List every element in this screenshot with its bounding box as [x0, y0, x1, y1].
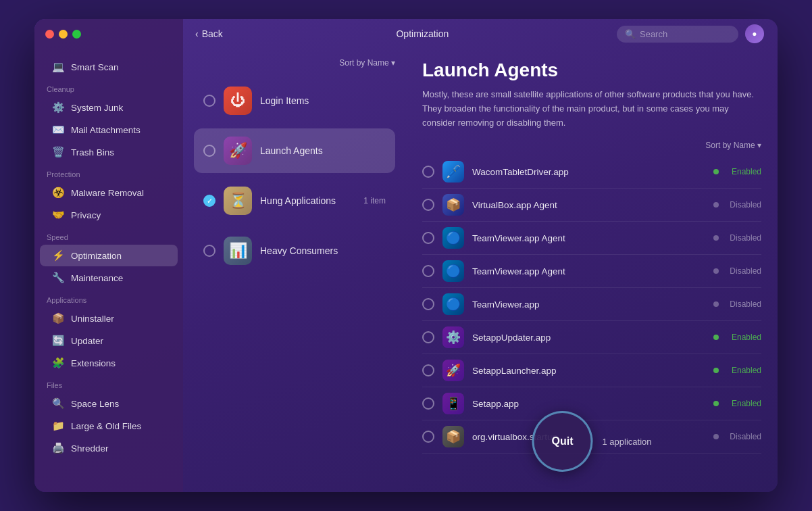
maintenance-icon: 🔧 [52, 272, 64, 284]
uninstaller-icon: 📦 [52, 312, 64, 324]
login-items-icon: ⏻ [224, 87, 252, 115]
sidebar-item-shredder[interactable]: 🖨️ Shredder [40, 437, 178, 459]
setapp-updater-status: Enabled [713, 333, 761, 342]
setapp-icon: 📱 [442, 393, 464, 414]
sidebar-item-malware-removal[interactable]: ☣️ Malware Removal [40, 182, 178, 203]
teamviewer-agent2-status: Disabled [713, 266, 761, 276]
extensions-icon: 🧩 [52, 357, 64, 369]
setapp-radio[interactable] [422, 397, 434, 410]
quit-apps-label: 1 application [603, 437, 652, 447]
teamviewer-radio[interactable] [422, 298, 434, 310]
app-row-wacom[interactable]: 🖊️ WacomTabletDriver.app Enabled [422, 155, 761, 189]
detail-title: Launch Agents [422, 59, 761, 81]
wacom-status-dot [713, 169, 719, 174]
heavy-consumers-radio[interactable] [203, 245, 215, 257]
setapp-updater-icon: ⚙️ [442, 326, 464, 348]
setapp-updater-radio[interactable] [422, 331, 434, 343]
main-area: ‹ Back Optimization 🔍 ● Sort by Name ▾ [183, 19, 778, 492]
wacom-radio[interactable] [422, 166, 434, 178]
app-row-teamviewer-agent-2[interactable]: 🔵 TeamViewer.app Agent Disabled [422, 255, 761, 288]
setapp-updater-status-label: Enabled [722, 333, 761, 342]
login-items-label: Login Items [260, 95, 386, 106]
sidebar-item-label: System Junk [71, 103, 123, 113]
detail-sort-label[interactable]: Sort by Name ▾ [705, 141, 761, 150]
app-row-setapp-launcher[interactable]: 🚀 SetappLauncher.app Enabled [422, 354, 761, 387]
org-virtualbox-status-label: Disabled [722, 432, 761, 441]
sidebar-item-extensions[interactable]: 🧩 Extensions [40, 352, 178, 374]
optimization-icon: ⚡ [52, 249, 64, 262]
sidebar-item-large-old-files[interactable]: 📁 Large & Old Files [40, 415, 178, 437]
list-item-heavy-consumers[interactable]: 📊 Heavy Consumers [194, 228, 395, 273]
virtualbox-agent-name: VirtualBox.app Agent [472, 200, 705, 210]
detail-panel: Launch Agents Mostly, these are small sa… [406, 49, 778, 492]
setapp-launcher-radio[interactable] [422, 364, 434, 376]
large-files-icon: 📁 [52, 420, 64, 432]
setapp-launcher-name: SetappLauncher.app [472, 366, 705, 376]
sidebar-item-smart-scan[interactable]: 💻 Smart Scan [40, 56, 178, 78]
close-button[interactable] [45, 30, 54, 39]
app-row-virtualbox-agent[interactable]: 📦 VirtualBox.app Agent Disabled [422, 189, 761, 222]
app-row-teamviewer-agent-1[interactable]: 🔵 TeamViewer.app Agent Disabled [422, 222, 761, 255]
minimize-button[interactable] [59, 30, 68, 39]
hung-applications-radio[interactable]: ✓ [203, 195, 215, 207]
section-label-protection: Protection [34, 164, 183, 181]
teamviewer-agent2-icon: 🔵 [442, 260, 464, 282]
launch-agents-icon: 🚀 [224, 137, 252, 165]
org-virtualbox-radio[interactable] [422, 431, 434, 443]
launch-agents-radio[interactable] [203, 145, 215, 157]
sidebar-item-uninstaller[interactable]: 📦 Uninstaller [40, 308, 178, 329]
sidebar-item-label: Large & Old Files [71, 421, 141, 431]
titlebar [34, 19, 778, 49]
teamviewer-agent1-icon: 🔵 [442, 227, 464, 249]
org-virtualbox-status-dot [713, 434, 719, 439]
heavy-consumers-label: Heavy Consumers [260, 245, 386, 256]
setapp-launcher-status-label: Enabled [722, 366, 761, 375]
setapp-status-dot [713, 401, 719, 406]
sidebar-item-maintenance[interactable]: 🔧 Maintenance [40, 267, 178, 289]
sidebar-item-label: Maintenance [71, 273, 123, 283]
teamviewer-agent1-name: TeamViewer.app Agent [472, 233, 705, 243]
login-items-radio[interactable] [203, 95, 215, 107]
teamviewer-agent2-status-dot [713, 268, 719, 274]
sidebar-item-system-junk[interactable]: ⚙️ System Junk [40, 97, 178, 118]
teamviewer-agent2-radio[interactable] [422, 265, 434, 277]
list-item-launch-agents[interactable]: 🚀 Launch Agents [194, 128, 395, 173]
app-row-teamviewer[interactable]: 🔵 TeamViewer.app Disabled [422, 288, 761, 321]
teamviewer-agent2-status-label: Disabled [722, 266, 761, 276]
list-sort-label[interactable]: Sort by Name ▾ [339, 58, 395, 68]
sidebar-item-updater[interactable]: 🔄 Updater [40, 330, 178, 351]
teamviewer-agent1-radio[interactable] [422, 232, 434, 244]
sidebar: 💻 Smart Scan Cleanup ⚙️ System Junk ✉️ M… [34, 19, 183, 492]
teamviewer-agent2-name: TeamViewer.app Agent [472, 266, 705, 276]
section-label-speed: Speed [34, 226, 183, 244]
sidebar-item-mail-attachments[interactable]: ✉️ Mail Attachments [40, 119, 178, 141]
virtualbox-agent-icon: 📦 [442, 194, 464, 216]
sidebar-item-trash-bins[interactable]: 🗑️ Trash Bins [40, 141, 178, 163]
setapp-status-label: Enabled [722, 399, 761, 408]
setapp-updater-status-dot [713, 335, 719, 340]
hung-applications-icon: ⏳ [224, 187, 252, 215]
sidebar-item-label: Updater [71, 336, 103, 346]
hung-applications-label: Hung Applications [260, 195, 355, 206]
section-label-files: Files [34, 374, 183, 392]
detail-sort-bar: Sort by Name ▾ [422, 141, 761, 155]
teamviewer-status: Disabled [713, 299, 761, 309]
list-item-login-items[interactable]: ⏻ Login Items [194, 78, 395, 123]
heavy-consumers-icon: 📊 [224, 237, 252, 265]
org-virtualbox-icon: 📦 [442, 426, 464, 447]
sidebar-item-optimization[interactable]: ⚡ Optimization [40, 245, 178, 266]
setapp-launcher-status-dot [713, 368, 719, 373]
traffic-lights [45, 30, 81, 39]
app-row-setapp-updater[interactable]: ⚙️ SetappUpdater.app Enabled [422, 321, 761, 354]
quit-button[interactable]: Quit [532, 411, 593, 472]
maximize-button[interactable] [72, 30, 81, 39]
teamviewer-status-label: Disabled [722, 299, 761, 309]
virtualbox-agent-radio[interactable] [422, 199, 434, 211]
sidebar-item-label: Mail Attachments [71, 125, 141, 135]
teamviewer-agent1-status-dot [713, 235, 719, 241]
mail-icon: ✉️ [52, 124, 64, 136]
sidebar-item-privacy[interactable]: 🤝 Privacy [40, 204, 178, 226]
content-area: Sort by Name ▾ ⏻ Login Items 🚀 Launch Ag… [183, 49, 778, 492]
sidebar-item-space-lens[interactable]: 🔍 Space Lens [40, 393, 178, 414]
list-item-hung-applications[interactable]: ✓ ⏳ Hung Applications 1 item [194, 178, 395, 223]
